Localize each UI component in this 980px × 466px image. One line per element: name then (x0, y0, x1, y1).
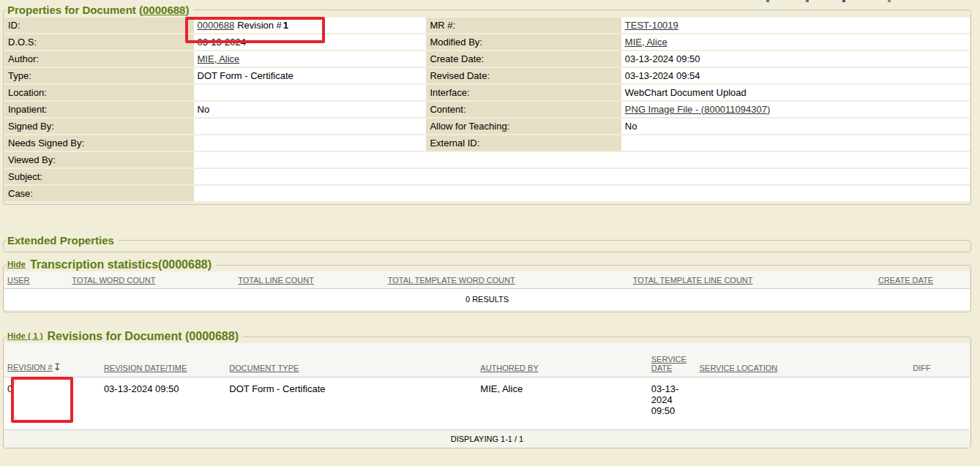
column-header-total-template-line-count[interactable]: TOTAL TEMPLATE LINE COUNT (630, 271, 875, 289)
revisions-table: REVISION #↧ REVISION DATE/TIME DOCUMENT … (4, 343, 970, 448)
property-value-create-date: 03-13-2024 09:50 (621, 51, 970, 67)
property-label-id: ID: (4, 18, 194, 33)
revision-diff-cell (910, 377, 970, 430)
revisions-hide-link[interactable]: Hide ( 1 ) (7, 331, 43, 340)
property-row-needs-signed-by: Needs Signed By: External ID: (4, 135, 970, 151)
property-label-revised-date: Revised Date: (426, 68, 621, 83)
column-header-revision-datetime[interactable]: REVISION DATE/TIME (101, 343, 226, 377)
property-value-allow-teaching: No (621, 119, 970, 134)
column-header-service-date[interactable]: SERVICE DATE (648, 343, 697, 377)
revision-table-row: 0 03-13-2024 09:50 DOT Form - Certificat… (4, 377, 970, 430)
property-label-author: Author: (4, 51, 194, 67)
property-value-modified-by: MIE, Alice (621, 34, 970, 50)
property-row-viewed-by: Viewed By: (4, 152, 970, 168)
property-row-location: Location: Interface: WebChart Document U… (4, 85, 970, 100)
revisions-title: Revisions for Document (0000688) (48, 330, 239, 342)
column-header-create-date[interactable]: CREATE DATE (875, 271, 970, 289)
column-header-total-template-word-count[interactable]: TOTAL TEMPLATE WORD COUNT (385, 271, 630, 289)
column-header-service-location[interactable]: SERVICE LOCATION (697, 343, 910, 377)
modified-by-link[interactable]: MIE, Alice (625, 37, 667, 48)
column-header-revision-number[interactable]: REVISION #↧ (4, 343, 101, 377)
extended-properties-title: Extended Properties (7, 234, 119, 247)
revision-service-location-cell (697, 377, 910, 430)
properties-title-prefix: Properties for Document ( (7, 4, 143, 16)
property-value-viewed-by (194, 152, 970, 168)
property-label-allow-teaching: Allow for Teaching: (426, 119, 621, 134)
property-label-inpatient: Inpatient: (4, 102, 194, 117)
property-row-case: Case: (4, 186, 970, 201)
content-file-link[interactable]: PNG Image File - (800011094307) (625, 104, 770, 115)
property-label-content: Content: (426, 102, 621, 117)
sort-descending-icon: ↧ (53, 361, 61, 372)
property-row-signed-by: Signed By: Allow for Teaching: No (4, 119, 970, 134)
transcription-statistics-table: USER TOTAL WORD COUNT TOTAL LINE COUNT T… (4, 271, 970, 310)
revisions-header-row: REVISION #↧ REVISION DATE/TIME DOCUMENT … (4, 343, 970, 377)
property-row-subject: Subject: (4, 169, 970, 184)
property-row-author: Author: MIE, Alice Create Date: 03-13-20… (4, 51, 970, 67)
property-row-dos: D.O.S: 03-13-2024 Modified By: MIE, Alic… (4, 34, 970, 50)
property-value-id: 0000688Revision #1 (194, 18, 427, 33)
author-link[interactable]: MIE, Alice (198, 53, 240, 64)
revision-authored-by-cell: MIE, Alice (477, 377, 648, 430)
transcription-statistics-section: HideTranscription statistics(0000688) US… (3, 258, 971, 312)
clipped-content-artifact (888, 0, 891, 2)
column-header-total-line-count[interactable]: TOTAL LINE COUNT (235, 271, 384, 289)
property-value-subject (194, 169, 970, 184)
property-value-location (194, 85, 427, 100)
column-header-user[interactable]: USER (4, 271, 69, 289)
properties-title-document-id-link[interactable]: 0000688 (143, 4, 185, 16)
transcription-statistics-legend: HideTranscription statistics(0000688) (7, 258, 216, 271)
property-row-inpatient: Inpatient: No Content: PNG Image File - … (4, 102, 970, 117)
transcription-statistics-title: Transcription statistics(0000688) (30, 258, 212, 271)
property-label-signed-by: Signed By: (4, 119, 194, 134)
revisions-section: Hide ( 1 )Revisions for Document (000068… (3, 330, 971, 448)
property-value-author: MIE, Alice (194, 51, 427, 67)
revision-datetime-cell: 03-13-2024 09:50 (101, 377, 226, 430)
document-id-link[interactable]: 0000688 (198, 20, 235, 31)
revisions-footer-row: DISPLAYING 1-1 / 1 (4, 430, 970, 448)
transcription-header-row: USER TOTAL WORD COUNT TOTAL LINE COUNT T… (4, 271, 970, 289)
revision-number-cell: 0 (4, 377, 101, 430)
clipped-content-artifact (806, 0, 809, 2)
property-value-type: DOT Form - Certificate (194, 68, 427, 83)
property-value-external-id (621, 135, 970, 151)
property-value-dos: 03-13-2024 (194, 34, 427, 50)
revision-number-value: 1 (283, 20, 288, 31)
property-label-modified-by: Modified By: (426, 34, 621, 50)
property-label-case: Case: (4, 186, 194, 201)
property-value-inpatient: No (194, 102, 427, 117)
extended-properties-section: Extended Properties (3, 234, 971, 252)
property-value-content: PNG Image File - (800011094307) (621, 102, 970, 117)
property-label-interface: Interface: (426, 85, 621, 100)
properties-section-title: Properties for Document (0000688) (7, 4, 193, 16)
property-label-dos: D.O.S: (4, 34, 194, 50)
property-value-mr: TEST-10019 (621, 18, 970, 33)
extended-properties-title-text: Extended Properties (7, 234, 114, 247)
transcription-empty-row: 0 RESULTS (4, 289, 970, 311)
property-value-needs-signed-by (194, 135, 427, 151)
transcription-results-count: 0 RESULTS (4, 289, 970, 311)
property-value-interface: WebChart Document Upload (621, 85, 970, 100)
property-label-needs-signed-by: Needs Signed By: (4, 135, 194, 151)
revision-service-date-cell: 03-13-2024 09:50 (648, 377, 697, 430)
clipped-content-artifact (842, 0, 845, 2)
column-header-document-type[interactable]: DOCUMENT TYPE (226, 343, 477, 377)
column-header-diff: DIFF (910, 343, 970, 377)
column-header-total-word-count[interactable]: TOTAL WORD COUNT (69, 271, 235, 289)
properties-title-suffix: ) (185, 4, 189, 16)
revision-label-text: Revision # (237, 20, 282, 31)
mr-number-link[interactable]: TEST-10019 (625, 20, 678, 31)
transcription-hide-link[interactable]: Hide (7, 260, 26, 268)
column-header-authored-by[interactable]: AUTHORED BY (477, 343, 648, 377)
property-value-signed-by (194, 119, 427, 134)
properties-section: Properties for Document (0000688) ID: 00… (3, 4, 971, 205)
property-value-revised-date: 03-13-2024 09:54 (621, 68, 970, 83)
property-row-id: ID: 0000688Revision #1 MR #: TEST-10019 (4, 18, 970, 33)
revisions-paging-status: DISPLAYING 1-1 / 1 (4, 430, 970, 448)
property-label-viewed-by: Viewed By: (4, 152, 194, 168)
property-label-type: Type: (4, 68, 194, 83)
property-label-external-id: External ID: (426, 135, 621, 151)
revision-document-type-cell: DOT Form - Certificate (226, 377, 477, 430)
revisions-legend: Hide ( 1 )Revisions for Document (000068… (7, 330, 243, 343)
property-label-mr: MR #: (426, 18, 621, 33)
